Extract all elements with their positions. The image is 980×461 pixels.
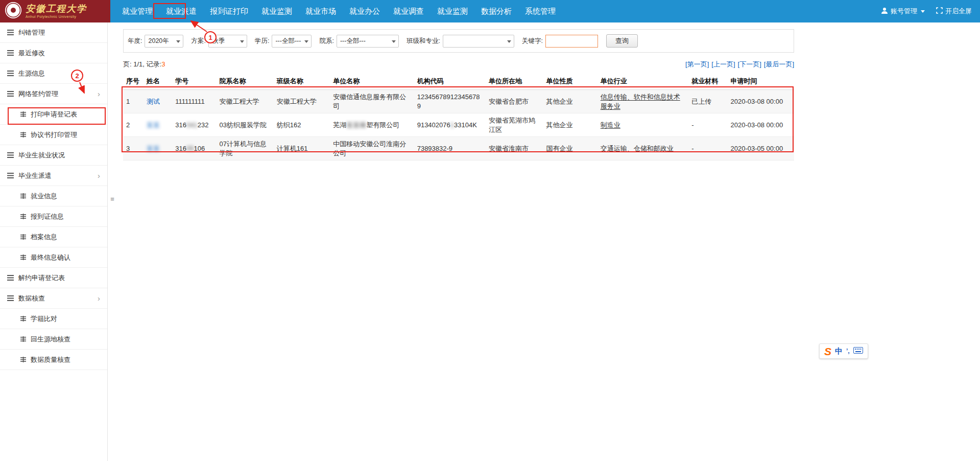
subitem-icon [20,111,26,117]
plan-select[interactable]: 秋季 [208,35,247,48]
keyword-input[interactable] [545,35,598,48]
pagination-link-1[interactable]: [上一页] [711,60,735,69]
cell-text: 其他企业 [546,98,572,105]
chevron-right-icon: › [98,90,100,98]
sogou-logo-icon: S [824,346,831,357]
cell-text: 316 [175,145,186,152]
sidebar-item-11[interactable]: 最终信息确认 [0,247,107,268]
sidebar-collapse-handle[interactable]: ≡ [108,194,116,204]
subitem-icon [20,336,26,342]
nav-item-3[interactable]: 就业监测 [255,0,299,22]
cell-text: 1 [126,98,130,105]
sidebar-item-12[interactable]: 解约申请登记表 [0,268,107,288]
sidebar-item-label: 数据核查 [18,294,45,303]
cell-apply-time: 2020-03-08 00:00 [727,113,794,137]
menu-icon [7,50,14,56]
sidebar-item-5[interactable]: 协议书打印管理 [0,125,107,145]
cell-text: 安徽省芜湖市鸠江区 [489,117,535,133]
account-menu[interactable]: 账号管理 [881,7,925,16]
cell-text: 制造业 [601,121,620,129]
nav-item-0[interactable]: 就业管理 [115,0,159,22]
sidebar-item-10[interactable]: 档案信息 [0,227,107,247]
cell-company: 芜湖某某橡塑有限公司 [330,113,414,137]
cell-text: 3 [126,145,130,152]
records-count: 3 [161,60,165,68]
table-head: 序号姓名学号院系名称班级名称单位名称机构代码单位所在地单位性质单位行业就业材料申… [123,73,794,90]
sidebar-item-label: 最近修改 [18,49,45,58]
keyboard-icon[interactable] [853,347,863,356]
pagination-links: [第一页][上一页][下一页][最后一页] [685,60,794,69]
pagination-link-3[interactable]: [最后一页] [764,60,794,69]
cell-class: 安徽工程大学 [274,90,330,113]
cell-class: 纺织162 [274,113,330,137]
sidebar-item-16[interactable]: 数据质量核查 [0,350,107,370]
nav-item-8[interactable]: 数据分析 [474,0,518,22]
nav-item-1[interactable]: 就业派遣 [159,0,203,22]
cell-name[interactable]: 某某 [144,137,172,160]
nav-item-7[interactable]: 就业监测 [431,0,474,22]
nav-item-4[interactable]: 就业市场 [299,0,343,22]
cell-name[interactable]: 测试 [144,90,172,113]
sidebar-item-8[interactable]: 就业信息 [0,186,107,206]
records-table: 序号姓名学号院系名称班级名称单位名称机构代码单位所在地单位性质单位行业就业材料申… [123,73,794,160]
cell-org-code: 73893832-9 [414,137,486,160]
nav-item-5[interactable]: 就业办公 [343,0,387,22]
column-header-name: 姓名 [144,73,172,90]
nav-item-2[interactable]: 报到证打印 [203,0,255,22]
sidebar-item-6[interactable]: 毕业生就业状况 [0,145,107,166]
sidebar-item-0[interactable]: 纠错管理 [0,22,107,43]
subitem-icon [20,255,26,260]
sidebar-item-label: 就业信息 [31,192,57,201]
cell-text: 安徽省合肥市 [489,98,529,105]
filter-bar: 年度: 2020年 方案: 秋季 学历: ---全部--- 院系: ---全部- [123,29,794,53]
sidebar-item-7[interactable]: 毕业生派遣› [0,166,107,186]
topbar-right: 账号管理 开启全屏 [881,0,980,22]
sidebar-item-13[interactable]: 数据核查› [0,288,107,309]
subitem-icon [20,357,26,362]
sidebar-item-15[interactable]: 回生源地核查 [0,329,107,350]
year-select[interactable]: 2020年 [145,35,183,48]
nav-item-9[interactable]: 系统管理 [518,0,562,22]
university-name-en: Anhui Polytechnic University [26,15,87,18]
search-button[interactable]: 查询 [606,34,638,48]
chevron-down-icon [392,40,396,43]
cell-location: 安徽省合肥市 [486,90,543,113]
cell-industry: 交通运输、仓储和邮政业 [597,137,689,160]
sidebar-item-2[interactable]: 生源信息 [0,63,107,84]
column-header-industry: 单位行业 [597,73,689,90]
fullscreen-button[interactable]: 开启全屏 [936,7,972,16]
sidebar-item-1[interactable]: 最近修改 [0,43,107,63]
class-major-select[interactable] [443,35,514,48]
redacted-text: 某某橡 [346,121,366,129]
page-value: 1/1, [133,60,145,68]
table-row-3: 3某某3160510607计算机与信息学院计算机161中国移动安徽公司淮南分公司… [123,137,794,160]
pagination-link-0[interactable]: [第一页] [685,60,709,69]
cell-company: 中国移动安徽公司淮南分公司 [330,137,414,160]
sidebar-item-9[interactable]: 报到证信息 [0,206,107,227]
cell-text: 安徽工程大学 [277,98,317,105]
cell-text: 123456789123456789 [417,93,480,110]
degree-select[interactable]: ---全部--- [272,35,312,48]
column-header-department: 院系名称 [217,73,274,90]
sidebar-item-4[interactable]: 打印申请登记表 [0,104,107,125]
sidebar-item-14[interactable]: 学籍比对 [0,309,107,329]
cell-text: 塑有限公司 [366,121,399,129]
cell-text: 信息传输、软件和信息技术服务业 [601,93,680,110]
content-area: 年度: 2020年 方案: 秋季 学历: ---全部--- 院系: ---全部- [123,29,794,160]
department-select[interactable]: ---全部--- [337,35,399,48]
ime-mode-indicator[interactable]: 中 [835,347,843,356]
pagination-link-2[interactable]: [下一页] [738,60,761,69]
chevron-right-icon: › [98,294,100,302]
cell-text: 已上传 [691,98,711,105]
plan-label: 方案: [191,37,205,45]
nav-item-6[interactable]: 就业调查 [387,0,431,22]
account-menu-label: 账号管理 [891,7,917,16]
column-header-apply-time: 申请时间 [727,73,794,90]
cell-text: 其他企业 [546,121,572,129]
cell-text: 111111111 [175,98,204,105]
ime-punctuation-indicator[interactable]: ’, [846,348,850,355]
ime-toolbar[interactable]: S 中 ’, [819,343,868,359]
sidebar-item-3[interactable]: 网络签约管理› [0,84,107,104]
cell-text: 33104K [454,121,477,129]
cell-name[interactable]: 某某 [144,113,172,137]
